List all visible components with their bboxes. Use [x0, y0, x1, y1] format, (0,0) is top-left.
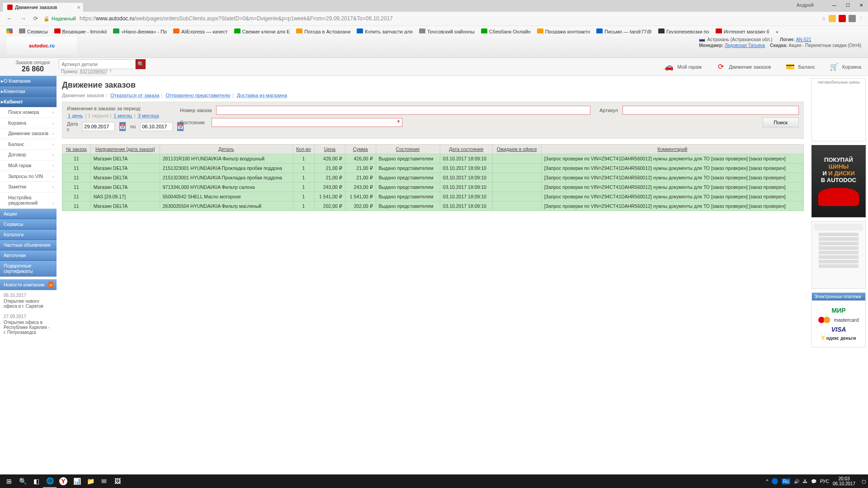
- sidebar-item[interactable]: Поиск номера: [0, 107, 57, 118]
- column-header[interactable]: Дата состояния: [440, 145, 492, 154]
- close-window-button[interactable]: ✕: [854, 0, 868, 10]
- maximize-button[interactable]: ☐: [841, 0, 854, 10]
- sidebar-section-clients[interactable]: Клиентам: [0, 86, 57, 97]
- tab-delivery[interactable]: Доставка из магазина: [237, 93, 287, 98]
- balance-link[interactable]: 💳Баланс: [785, 62, 815, 71]
- date-to-input[interactable]: [140, 122, 173, 131]
- taskview-icon[interactable]: ◧: [29, 474, 43, 479]
- app-taskbar-icon[interactable]: 📊: [70, 474, 84, 479]
- ext-icon[interactable]: [829, 15, 836, 22]
- sidebar-section-catalogs[interactable]: Каталоги: [0, 230, 57, 240]
- table-row[interactable]: 11 Магазин DELTA 281131R100 HYUNDAI/KIA …: [62, 154, 804, 164]
- sidebar-item[interactable]: Заметки: [0, 182, 57, 192]
- tab-refuse[interactable]: Отказаться от заказа: [110, 93, 159, 98]
- column-header[interactable]: № заказа: [62, 145, 91, 154]
- calendar-icon[interactable]: 📅: [119, 122, 126, 131]
- sidebar-item[interactable]: Договор: [0, 150, 57, 160]
- back-button[interactable]: ←: [5, 15, 14, 22]
- column-header[interactable]: Цена: [315, 145, 345, 154]
- reload-button[interactable]: ⟳: [32, 15, 40, 22]
- column-header[interactable]: Кол-во: [292, 145, 314, 154]
- period-3months[interactable]: 3 месяца: [138, 113, 159, 118]
- sidebar-section-company[interactable]: О Компании: [0, 76, 57, 86]
- photos-taskbar-icon[interactable]: 🖼: [111, 474, 124, 479]
- sidebar-item[interactable]: Движение заказов: [0, 128, 57, 139]
- column-header[interactable]: Ожидаем в офисе: [492, 145, 541, 154]
- table-row[interactable]: 11 Магазин DELTA 971334L000 HYUNDAI/KIA …: [62, 183, 804, 192]
- table-row[interactable]: 11 NAS [29.09.17] 550040542 SHELL Масло …: [62, 192, 804, 202]
- security-indicator[interactable]: 🔒 Надежный: [43, 16, 76, 22]
- tray-up-icon[interactable]: ^: [766, 479, 768, 479]
- news-item[interactable]: 06.10.2017Открытие нового офиса в г. Сар…: [0, 290, 57, 311]
- login-link[interactable]: AN-521: [796, 37, 811, 42]
- sidebar-item[interactable]: Настройка уведомлений: [0, 192, 57, 209]
- sidebar-item[interactable]: Мой гараж: [0, 160, 57, 171]
- sidebar-item[interactable]: Запросы по VIN: [0, 171, 57, 182]
- chrome-taskbar-icon[interactable]: 🌐: [43, 474, 57, 479]
- chrome-user[interactable]: Андрей: [797, 2, 814, 8]
- tray-notify-icon[interactable]: ▢: [862, 479, 866, 479]
- yandex-taskbar-icon[interactable]: Y: [57, 474, 70, 479]
- sidebar-section-services[interactable]: Сервисы: [0, 219, 57, 230]
- state-select[interactable]: [212, 118, 402, 127]
- star-icon[interactable]: ☆: [821, 16, 826, 22]
- taskbar-clock[interactable]: 20:03 06.10.2017: [833, 476, 858, 479]
- forward-button[interactable]: →: [18, 15, 28, 22]
- sidebar-section-points[interactable]: Автоточки: [0, 250, 57, 261]
- ext-icon[interactable]: [849, 15, 856, 22]
- news-item[interactable]: 27.09.2017Открытие офиса в Республике Ка…: [0, 311, 57, 338]
- example-link[interactable]: 83210398507: [80, 69, 108, 74]
- search-button[interactable]: 🔍: [136, 59, 146, 69]
- order-number-input[interactable]: [216, 106, 590, 115]
- menu-icon[interactable]: ⋮: [859, 16, 863, 22]
- column-header[interactable]: Направление [дата заказа]: [90, 145, 160, 154]
- ad-site-preview[interactable]: [811, 221, 866, 289]
- tray-action-icon[interactable]: 💬: [811, 479, 816, 479]
- table-row[interactable]: 11 Магазин DELTA 2151323001 HYUNDAI/KIA …: [62, 164, 804, 173]
- ad-tires-banner[interactable]: ПОКУПАЙ ШИНЫ И И ДИСКИ В AUTODOC: [811, 145, 866, 217]
- browser-chrome: Движение заказов ✕ Андрей — ☐ ✕ ← → ⟳ 🔒 …: [0, 0, 868, 33]
- article-input[interactable]: [623, 106, 799, 115]
- column-header[interactable]: Комментарий: [541, 145, 803, 154]
- tray-volume-icon[interactable]: 🔊: [794, 479, 799, 479]
- orders-movement-link[interactable]: ⟳Движение заказов: [715, 62, 771, 71]
- period-1day[interactable]: 1 день: [68, 113, 83, 118]
- tab-sent[interactable]: Отправлено представителю: [165, 93, 230, 98]
- sidebar-section-gift[interactable]: Подарочные сертификаты: [0, 261, 57, 277]
- browser-tab[interactable]: Движение заказов ✕: [2, 2, 84, 12]
- explorer-taskbar-icon[interactable]: 📁: [84, 474, 97, 479]
- site-logo[interactable]: autodoc.ru: [7, 37, 77, 55]
- tray-lang-text[interactable]: РУС: [820, 479, 829, 479]
- start-button[interactable]: ⊞: [2, 474, 16, 479]
- extension-icons: ☆ ⋮: [821, 15, 863, 22]
- tray-lang-icon[interactable]: Ru: [782, 479, 790, 479]
- tray-network-icon[interactable]: 🖧: [803, 479, 807, 479]
- url-field[interactable]: https://www.autodoc.ru/web/pages/ordersS…: [80, 15, 818, 22]
- table-row[interactable]: 11 Магазин DELTA 2630035504 HYUNDAI/KIA …: [62, 202, 804, 211]
- sidebar-section-ads[interactable]: Частные объявления: [0, 240, 57, 250]
- mail-taskbar-icon[interactable]: ✉: [97, 474, 111, 479]
- news-header[interactable]: Новости компании»: [0, 279, 57, 290]
- part-search-input[interactable]: [59, 59, 136, 69]
- manager-link[interactable]: Ледовская Татьяна: [725, 43, 765, 48]
- column-header[interactable]: Деталь: [160, 145, 292, 154]
- minimize-button[interactable]: —: [827, 0, 841, 10]
- sidebar-item[interactable]: Баланс: [0, 139, 57, 150]
- date-from-input[interactable]: [82, 122, 115, 131]
- filter-search-button[interactable]: Поиск: [763, 117, 799, 127]
- tray-icon[interactable]: [772, 478, 778, 479]
- help-icon[interactable]: ?: [109, 69, 112, 74]
- my-garage-link[interactable]: 🚗Мой гараж: [664, 62, 702, 71]
- table-row[interactable]: 11 Магазин DELTA 2151323001 HYUNDAI/KIA …: [62, 173, 804, 183]
- column-header[interactable]: Сумма: [345, 145, 376, 154]
- ad-tires-text[interactable]: Автомобильные шины: [811, 78, 866, 141]
- ext-icon[interactable]: [839, 15, 846, 22]
- cart-link[interactable]: 🛒Корзина: [829, 62, 861, 71]
- period-1month[interactable]: 1 месяц: [113, 113, 132, 118]
- search-icon[interactable]: 🔍: [16, 474, 29, 479]
- column-header[interactable]: Состояние: [376, 145, 440, 154]
- sidebar-item[interactable]: Корзина: [0, 118, 57, 129]
- sidebar-section-actions[interactable]: Акции: [0, 209, 57, 219]
- close-icon[interactable]: ✕: [77, 5, 80, 10]
- sidebar-section-cabinet[interactable]: Кабинет: [0, 97, 57, 107]
